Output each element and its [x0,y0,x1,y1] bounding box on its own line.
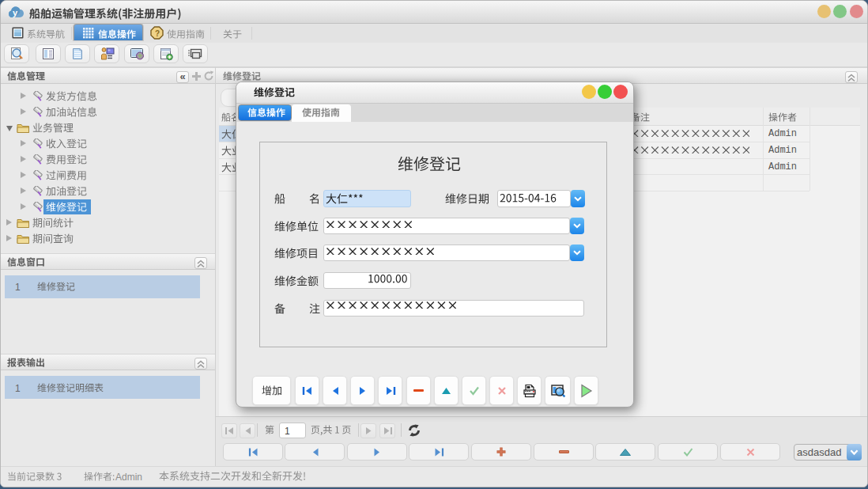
svg-text:y: y [13,8,18,17]
svg-text:?: ? [155,29,160,38]
